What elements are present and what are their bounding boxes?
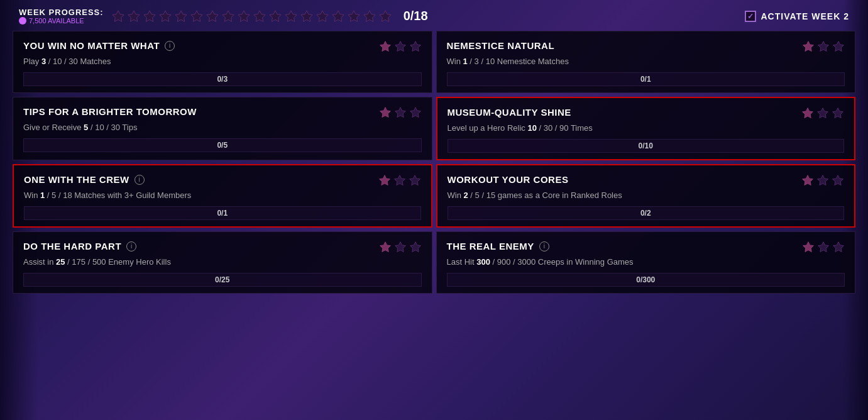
card-title: TIPS FOR A BRIGHTER TOMORROW <box>23 106 197 117</box>
card-header: THE REAL ENEMY i <box>447 241 845 253</box>
card-title: ONE WITH THE CREW <box>24 174 129 185</box>
progress-bar-text: 0/25 <box>215 275 229 284</box>
svg-marker-23 <box>833 41 844 52</box>
info-icon[interactable]: i <box>165 41 175 51</box>
card-description: Give or Receive 5 / 10 / 30 Tips <box>23 123 422 132</box>
info-icon[interactable]: i <box>135 175 145 185</box>
star-2 <box>832 174 844 187</box>
progress-bar-text: 0/5 <box>217 141 228 150</box>
card-description: Win 1 / 5 / 18 Matches with 3+ Guild Mem… <box>24 191 421 200</box>
star-2 <box>409 241 422 253</box>
card-title: DO THE HARD PART <box>23 241 121 251</box>
progress-bar-text: 0/1 <box>640 75 651 84</box>
progress-bar-container: 0/1 <box>24 206 421 220</box>
progress-bar-text: 0/10 <box>639 141 653 150</box>
track-star-2 <box>143 9 157 23</box>
week-progress-section: WEEK PROGRESS: 7,500 AVAILABLE <box>19 8 428 25</box>
card-title-row: WORKOUT YOUR CORES <box>448 174 569 185</box>
card-stars <box>379 40 422 53</box>
track-star-4 <box>174 9 188 23</box>
card-header: YOU WIN NO MATTER WHAT i <box>23 40 422 53</box>
svg-marker-0 <box>112 10 123 21</box>
svg-marker-30 <box>379 175 390 185</box>
svg-marker-35 <box>833 175 843 185</box>
svg-marker-16 <box>363 10 375 21</box>
track-star-8 <box>237 9 251 23</box>
star-2 <box>832 40 845 53</box>
star-0 <box>801 174 814 187</box>
svg-marker-32 <box>409 175 420 185</box>
star-0 <box>379 106 392 119</box>
card-title-row: ONE WITH THE CREW i <box>24 174 145 185</box>
svg-marker-12 <box>300 10 312 21</box>
svg-marker-2 <box>143 10 155 21</box>
progress-bar-container: 0/3 <box>23 72 422 86</box>
coin-icon <box>19 17 26 25</box>
card-header: MUSEUM-QUALITY SHINE <box>448 107 845 119</box>
svg-marker-41 <box>833 242 844 252</box>
progress-fraction: 0/18 <box>404 9 428 23</box>
progress-bar-container: 0/2 <box>448 206 845 220</box>
card-title: NEMESTICE NATURAL <box>447 40 555 51</box>
star-1 <box>816 107 829 119</box>
svg-marker-4 <box>175 10 186 21</box>
svg-marker-8 <box>238 10 249 21</box>
card-description: Assist in 25 / 175 / 500 Enemy Hero Kill… <box>23 257 422 267</box>
svg-marker-13 <box>316 10 327 21</box>
track-star-14 <box>331 9 345 23</box>
card-title-row: DO THE HARD PART i <box>23 241 136 251</box>
track-star-0 <box>111 9 125 23</box>
star-1 <box>394 40 407 53</box>
star-1 <box>817 241 830 253</box>
challenges-grid: YOU WIN NO MATTER WHAT i Play 3 / 10 / 3… <box>0 31 868 294</box>
card-stars <box>801 107 844 119</box>
svg-marker-14 <box>332 10 343 21</box>
card-header: WORKOUT YOUR CORES <box>448 174 845 187</box>
card-title: YOU WIN NO MATTER WHAT <box>23 40 160 51</box>
progress-bar-container: 0/5 <box>23 138 422 152</box>
svg-marker-39 <box>803 242 814 252</box>
svg-marker-21 <box>803 41 814 52</box>
card-stars <box>801 174 844 187</box>
card-header: TIPS FOR A BRIGHTER TOMORROW <box>23 106 422 119</box>
star-1 <box>817 40 830 53</box>
card-stars <box>802 241 845 253</box>
info-icon[interactable]: i <box>539 241 549 251</box>
card-description: Level up a Hero Relic 10 / 30 / 90 Times <box>448 123 845 133</box>
progress-bar-container: 0/25 <box>23 273 422 287</box>
activate-section[interactable]: ACTIVATE WEEK 2 <box>745 11 850 22</box>
svg-marker-29 <box>833 108 843 118</box>
card-title-row: THE REAL ENEMY i <box>447 241 549 251</box>
track-star-16 <box>363 9 376 23</box>
star-0 <box>801 107 814 119</box>
star-0 <box>802 40 815 53</box>
star-2 <box>832 107 844 119</box>
card-title: WORKOUT YOUR CORES <box>448 174 569 185</box>
card-header: ONE WITH THE CREW i <box>24 174 421 187</box>
svg-marker-22 <box>818 41 829 52</box>
star-1 <box>394 241 407 253</box>
activate-label: ACTIVATE WEEK 2 <box>761 11 850 21</box>
card-description: Win 2 / 5 / 15 games as a Core in Ranked… <box>448 191 845 200</box>
svg-marker-10 <box>269 10 280 21</box>
card-stars <box>379 241 422 253</box>
info-icon[interactable]: i <box>126 241 136 251</box>
svg-marker-6 <box>206 10 217 21</box>
star-0 <box>379 40 392 53</box>
card-header: NEMESTICE NATURAL <box>447 40 845 53</box>
progress-bar-text: 0/300 <box>636 275 655 284</box>
track-star-10 <box>268 9 282 23</box>
star-1 <box>394 106 407 119</box>
svg-marker-9 <box>253 10 265 21</box>
svg-marker-15 <box>348 10 359 21</box>
challenge-card-tips-for-a-brighter-tomorrow: TIPS FOR A BRIGHTER TOMORROW Give or Rec… <box>13 97 432 160</box>
star-0 <box>802 241 815 253</box>
card-title: THE REAL ENEMY <box>447 241 534 251</box>
svg-marker-37 <box>395 242 405 252</box>
star-2 <box>409 174 421 187</box>
challenge-card-the-real-enemy: THE REAL ENEMY i Last Hit 300 / 900 / 30… <box>436 231 856 294</box>
track-star-3 <box>158 9 172 23</box>
progress-bar-container: 0/300 <box>447 273 845 287</box>
activate-checkbox[interactable] <box>745 11 756 22</box>
progress-bar-text: 0/3 <box>217 75 228 84</box>
